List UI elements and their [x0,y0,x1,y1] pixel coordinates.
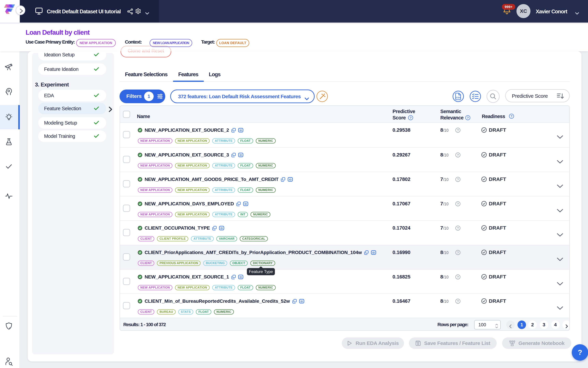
svg-text:?: ? [410,116,412,120]
svg-text:ID: ID [239,276,242,278]
svg-text:ID: ID [239,129,242,132]
svg-text:ID: ID [289,178,292,181]
svg-text:?: ? [457,300,459,303]
svg-text:CSV: CSV [456,96,461,99]
svg-text:?: ? [457,153,459,157]
svg-text:?: ? [457,202,459,206]
svg-text:ID: ID [372,251,375,254]
svg-text:ID: ID [244,202,247,205]
svg-text:?: ? [457,251,459,254]
svg-text:?: ? [457,129,459,132]
svg-text:ID: ID [220,227,223,230]
svg-text:?: ? [457,178,459,181]
svg-text:ID: ID [239,154,242,156]
svg-text:?: ? [457,226,459,230]
svg-text:?: ? [510,114,513,118]
svg-text:?: ? [467,116,469,120]
svg-text:?: ? [457,275,459,279]
svg-text:ID: ID [300,300,303,303]
